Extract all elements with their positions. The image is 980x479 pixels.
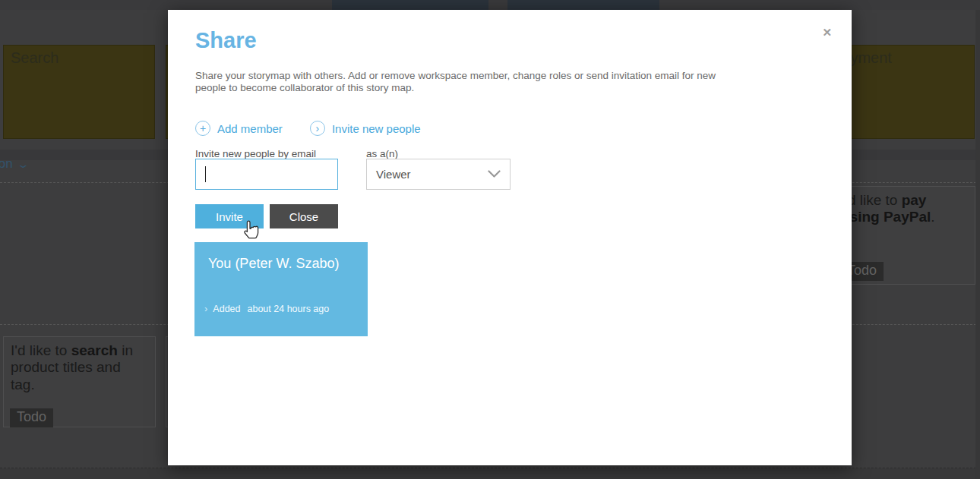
column-header-bar — [332, 0, 488, 10]
role-select[interactable]: Viewer — [366, 159, 511, 190]
epic-card-search: Search — [3, 45, 155, 139]
member-added-time: about 24 hours ago — [248, 304, 330, 314]
add-member-label: Add member — [217, 122, 283, 135]
story-card-paypal: I'd like to pay using PayPal. Todo — [833, 186, 975, 285]
text-caret — [205, 166, 206, 182]
add-member-link[interactable]: + Add member — [195, 121, 283, 136]
dialog-action-links: + Add member › Invite new people — [195, 121, 421, 136]
invite-new-people-label: Invite new people — [332, 122, 421, 135]
email-input[interactable] — [195, 159, 338, 190]
chevron-down-icon — [488, 170, 501, 178]
member-name: You (Peter W. Szabo) — [208, 256, 339, 272]
email-field-label: Invite new people by email — [195, 148, 316, 159]
member-status-line: › Added about 24 hours ago — [204, 303, 329, 314]
storymap-bottom-strip — [0, 468, 980, 479]
member-card[interactable]: You (Peter W. Szabo) › Added about 24 ho… — [194, 242, 368, 336]
story-card-search: I'd like to search in product titles and… — [3, 336, 156, 427]
share-dialog: ✕ Share Share your storymap with others.… — [168, 10, 852, 465]
storymap-header-strip — [0, 0, 980, 10]
column-header-bar — [507, 0, 659, 10]
chevron-down-icon: ⌄ — [16, 159, 29, 170]
close-button[interactable]: Close — [270, 204, 338, 228]
role-field-label: as a(n) — [366, 148, 398, 159]
plus-circle-icon: + — [195, 121, 210, 136]
chevron-right-circle-icon: › — [310, 121, 325, 136]
member-status: Added — [213, 304, 240, 314]
invite-button[interactable]: Invite — [195, 204, 264, 228]
storymap-right-gutter — [975, 10, 980, 479]
iteration-label: ion ⌄ — [0, 156, 27, 172]
epic-title: Search — [11, 49, 58, 66]
chevron-right-icon: › — [204, 303, 207, 314]
close-icon[interactable]: ✕ — [822, 27, 832, 38]
status-badge: Todo — [10, 408, 53, 427]
invite-new-people-link[interactable]: › Invite new people — [310, 121, 421, 136]
role-selected-value: Viewer — [376, 168, 411, 181]
dialog-title: Share — [195, 28, 257, 53]
dialog-description: Share your storymap with others. Add or … — [195, 70, 736, 94]
